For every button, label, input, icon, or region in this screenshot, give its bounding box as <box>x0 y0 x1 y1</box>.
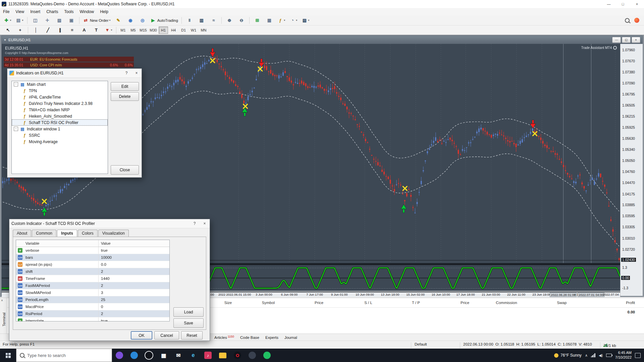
fibonacci-button[interactable]: ≡ <box>66 26 78 35</box>
dialog-close-button[interactable]: × <box>131 69 142 77</box>
param-value[interactable]: 25 <box>98 296 169 303</box>
navigator-button[interactable]: ▧ <box>54 16 65 25</box>
chevron-down-icon[interactable]: ▾ <box>296 19 297 22</box>
chevron-down-icon[interactable]: ▾ <box>109 19 111 22</box>
menu-item-view[interactable]: View <box>12 8 27 15</box>
timeframe-m30[interactable]: M30 <box>149 26 158 34</box>
green-app-icon[interactable] <box>260 349 274 362</box>
param-value[interactable]: true <box>98 317 169 321</box>
edit-button[interactable]: Edit <box>111 82 139 91</box>
cursor-button[interactable]: ↖ <box>2 26 14 35</box>
terminal-close-icon[interactable]: × <box>1 299 3 302</box>
timeframe-h1[interactable]: H1 <box>159 26 168 34</box>
candle-chart-button[interactable]: ▥ <box>196 16 207 25</box>
tree-item-heiken-ashi-smoothed[interactable]: ƒHeiken_Ashi_Smoothed <box>12 113 108 119</box>
search-icon[interactable] <box>625 18 630 23</box>
data-window-button[interactable]: ✛ <box>42 16 53 25</box>
timeframe-m5[interactable]: M5 <box>128 26 138 34</box>
param-row-verbose[interactable]: tfverbosetrue <box>16 247 169 254</box>
start-button[interactable] <box>0 349 16 362</box>
terminal-panel-button[interactable]: ▣ <box>66 16 77 25</box>
param-row-PeriodLength[interactable]: 123PeriodLength25 <box>16 296 169 303</box>
timeframe-h4[interactable]: H4 <box>169 26 178 34</box>
param-value[interactable]: 0 <box>98 303 169 310</box>
music-app-icon[interactable]: ♪ <box>201 349 215 362</box>
menu-item-charts[interactable]: Charts <box>43 8 61 15</box>
tab-inputs[interactable]: Inputs <box>57 230 77 237</box>
taskbar-search-input[interactable]: Type here to search <box>16 349 112 362</box>
zoom-out-button[interactable]: ⊖ <box>236 16 247 25</box>
file-explorer-icon[interactable] <box>215 349 230 362</box>
chevron-down-icon[interactable]: ▾ <box>22 19 23 22</box>
param-value[interactable]: 3 <box>98 289 169 296</box>
load-button[interactable]: Load <box>173 307 204 317</box>
new-order-button[interactable]: ⇄New Order▾ <box>82 16 112 25</box>
bar-chart-button[interactable]: ‖ <box>184 16 195 25</box>
line-chart-button[interactable]: ≈ <box>208 16 219 25</box>
edge-icon[interactable]: e <box>186 349 201 362</box>
tree-item-moving-average[interactable]: ƒMoving Average <box>12 138 108 145</box>
profiles-button[interactable]: ▤▾ <box>14 16 25 25</box>
chevron-down-icon[interactable]: ▾ <box>308 19 309 22</box>
save-button[interactable]: Save <box>173 318 204 328</box>
action-center-icon[interactable] <box>635 353 641 358</box>
tree-item-ssrc[interactable]: ƒSSRC <box>12 132 108 138</box>
maximize-button[interactable]: □ <box>616 0 630 8</box>
param-row-Interpolate[interactable]: tfInterpolatetrue <box>16 317 169 321</box>
price-scale[interactable]: 1.079601.076701.073801.070901.067951.065… <box>620 44 643 296</box>
timeframe-mn[interactable]: MN <box>199 26 208 34</box>
param-row-FastMAPeriod[interactable]: 123FastMAPeriod2 <box>16 282 169 289</box>
tree-expander-icon[interactable]: - <box>14 127 18 131</box>
menu-item-window[interactable]: Window <box>77 8 97 15</box>
tab-common[interactable]: Common <box>32 230 56 237</box>
param-value[interactable]: 2 <box>98 282 169 289</box>
timeframe-d1[interactable]: D1 <box>179 26 188 34</box>
chart-restore-button[interactable]: ◱ <box>622 37 631 43</box>
gear-icon[interactable] <box>613 46 617 50</box>
param-row-SlowMAPeriod[interactable]: 123SlowMAPeriod3 <box>16 289 169 296</box>
mail-app-icon[interactable]: ✉ <box>171 349 186 362</box>
tab-visualization[interactable]: Visualization <box>98 230 129 237</box>
tab-colors[interactable]: Colors <box>78 230 98 237</box>
templates-button[interactable]: ▨▾ <box>300 16 311 25</box>
periods-button[interactable]: ◔▾ <box>288 16 299 25</box>
dialog-help-button[interactable]: ? <box>121 69 131 77</box>
param-row-MacdPrice[interactable]: 123MacdPrice0 <box>16 303 169 310</box>
discord-app-icon[interactable] <box>245 349 260 362</box>
channel-button[interactable]: ∥ <box>54 26 66 35</box>
tree-item--p4l-candletime[interactable]: ƒ#P4L CandleTime <box>12 94 108 100</box>
timeframe-w1[interactable]: W1 <box>189 26 198 34</box>
community-icon[interactable] <box>634 18 639 23</box>
opera-icon[interactable]: O <box>230 349 245 362</box>
volume-icon[interactable]: ◀) <box>599 353 603 358</box>
crosshair-button[interactable]: + <box>14 26 26 35</box>
cancel-button[interactable]: Cancel <box>154 331 179 340</box>
metaeditor-button[interactable]: ✎ <box>113 16 124 25</box>
algo-button[interactable]: ◎ <box>137 16 148 25</box>
market-watch-button[interactable]: ◫ <box>30 16 41 25</box>
param-value[interactable]: 1440 <box>98 275 169 282</box>
custom-dialog-titlebar[interactable]: Custom Indicator - Schaff TCD RSI OC Pro… <box>9 219 210 228</box>
experts-button[interactable]: ◉ <box>125 16 136 25</box>
chevron-down-icon[interactable]: ▾ <box>284 19 285 22</box>
param-value[interactable]: 10000 <box>98 254 169 261</box>
indicators-dialog-titlebar[interactable]: Indicators on EURUSD,H1 ? × <box>7 69 142 78</box>
parameters-table[interactable]: VariableValuetfverbosetrue123bars100001.… <box>16 240 170 321</box>
cortana-icon[interactable]: O <box>142 349 156 362</box>
text-button[interactable]: A <box>78 26 90 35</box>
close-dialog-button[interactable]: Close <box>111 165 139 175</box>
new-chart-button[interactable]: ✚▾ <box>2 16 13 25</box>
tree-item-schaff-tcd-rsi-oc-profiler[interactable]: ƒSchaff TCD RSI OC Profiler <box>12 119 108 126</box>
chevron-down-icon[interactable]: ▾ <box>10 19 11 22</box>
tree-item-main-chart[interactable]: -▤Main chart <box>12 81 108 87</box>
trendline-button[interactable]: ╱ <box>42 26 54 35</box>
close-button[interactable]: × <box>630 0 644 8</box>
param-row-bars[interactable]: 123bars10000 <box>16 254 169 261</box>
terminal-tab-journal[interactable]: Journal <box>281 335 300 340</box>
zoom-in-button[interactable]: ⊕ <box>224 16 235 25</box>
cascade-windows-button[interactable]: ▦ <box>264 16 275 25</box>
status-profile[interactable]: Default <box>415 342 427 346</box>
chart-window-titlebar[interactable]: ▼ EURUSD,H1 — ◱ × <box>2 36 642 44</box>
weather-widget[interactable]: 76°F Sunny <box>554 353 582 358</box>
terminal-tab-code-base[interactable]: Code Base <box>237 335 262 340</box>
